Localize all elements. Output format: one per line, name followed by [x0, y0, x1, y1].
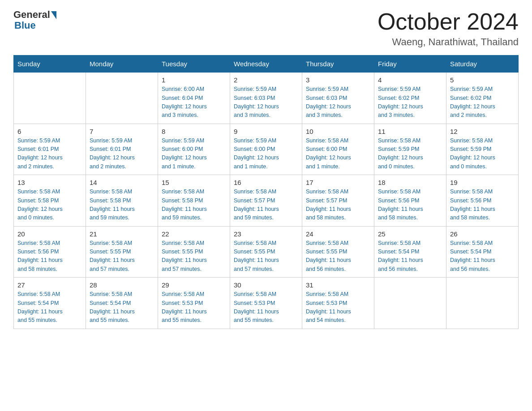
day-detail: Sunrise: 5:58 AM Sunset: 5:57 PM Dayligh…: [234, 188, 298, 223]
day-detail: Sunrise: 5:59 AM Sunset: 6:00 PM Dayligh…: [234, 137, 298, 171]
calendar-cell: 3Sunrise: 5:59 AM Sunset: 6:03 PM Daylig…: [302, 73, 374, 124]
title-block: October 2024 Waeng, Narathiwat, Thailand: [378, 9, 519, 48]
day-detail: Sunrise: 5:59 AM Sunset: 6:01 PM Dayligh…: [17, 137, 82, 171]
logo-blue-text: Blue: [13, 20, 36, 31]
day-number: 15: [162, 179, 226, 186]
calendar-cell: [14, 73, 86, 124]
day-detail: Sunrise: 5:59 AM Sunset: 6:00 PM Dayligh…: [162, 137, 226, 171]
day-detail: Sunrise: 5:59 AM Sunset: 6:03 PM Dayligh…: [306, 85, 370, 120]
day-detail: Sunrise: 5:59 AM Sunset: 6:02 PM Dayligh…: [378, 85, 442, 120]
day-number: 11: [378, 128, 442, 135]
day-detail: Sunrise: 5:58 AM Sunset: 5:53 PM Dayligh…: [234, 290, 298, 325]
calendar-cell: 10Sunrise: 5:58 AM Sunset: 6:00 PM Dayli…: [302, 124, 374, 175]
day-detail: Sunrise: 5:58 AM Sunset: 5:58 PM Dayligh…: [17, 188, 82, 223]
day-number: 21: [90, 230, 154, 238]
sub-title: Waeng, Narathiwat, Thailand: [378, 36, 519, 48]
day-detail: Sunrise: 5:58 AM Sunset: 6:00 PM Dayligh…: [306, 137, 370, 171]
calendar-cell: 12Sunrise: 5:58 AM Sunset: 5:59 PM Dayli…: [446, 124, 519, 175]
day-number: 18: [378, 179, 442, 186]
calendar-cell: 9Sunrise: 5:59 AM Sunset: 6:00 PM Daylig…: [230, 124, 302, 175]
calendar-cell: 8Sunrise: 5:59 AM Sunset: 6:00 PM Daylig…: [158, 124, 230, 175]
day-detail: Sunrise: 5:58 AM Sunset: 5:54 PM Dayligh…: [450, 239, 515, 274]
week-row-4: 20Sunrise: 5:58 AM Sunset: 5:56 PM Dayli…: [14, 226, 519, 278]
day-number: 22: [162, 230, 226, 238]
calendar-cell: 18Sunrise: 5:58 AM Sunset: 5:56 PM Dayli…: [374, 175, 446, 227]
day-number: 26: [450, 230, 515, 238]
calendar-cell: 29Sunrise: 5:58 AM Sunset: 5:53 PM Dayli…: [158, 278, 230, 329]
calendar-cell: 1Sunrise: 6:00 AM Sunset: 6:04 PM Daylig…: [158, 73, 230, 124]
calendar-cell: 14Sunrise: 5:58 AM Sunset: 5:58 PM Dayli…: [86, 175, 158, 227]
day-detail: Sunrise: 5:58 AM Sunset: 5:53 PM Dayligh…: [306, 290, 370, 325]
calendar-cell: 26Sunrise: 5:58 AM Sunset: 5:54 PM Dayli…: [446, 226, 519, 278]
day-number: 14: [90, 179, 154, 186]
day-number: 25: [378, 230, 442, 238]
day-detail: Sunrise: 5:58 AM Sunset: 5:58 PM Dayligh…: [162, 188, 226, 223]
day-number: 10: [306, 128, 370, 135]
day-number: 9: [234, 128, 298, 135]
day-detail: Sunrise: 5:58 AM Sunset: 5:54 PM Dayligh…: [378, 239, 442, 274]
col-header-sunday: Sunday: [14, 56, 86, 73]
calendar-table: SundayMondayTuesdayWednesdayThursdayFrid…: [13, 55, 519, 329]
day-number: 8: [162, 128, 226, 135]
logo: General Blue: [13, 9, 56, 31]
day-detail: Sunrise: 5:58 AM Sunset: 5:54 PM Dayligh…: [90, 290, 154, 325]
day-detail: Sunrise: 5:58 AM Sunset: 5:59 PM Dayligh…: [378, 137, 442, 171]
week-row-1: 1Sunrise: 6:00 AM Sunset: 6:04 PM Daylig…: [14, 73, 519, 124]
day-number: 28: [90, 281, 154, 289]
day-number: 4: [378, 76, 442, 84]
calendar-cell: 13Sunrise: 5:58 AM Sunset: 5:58 PM Dayli…: [14, 175, 86, 227]
day-number: 13: [17, 179, 82, 186]
calendar-cell: 23Sunrise: 5:58 AM Sunset: 5:55 PM Dayli…: [230, 226, 302, 278]
day-number: 24: [306, 230, 370, 238]
calendar-cell: [446, 278, 519, 329]
day-detail: Sunrise: 5:58 AM Sunset: 5:54 PM Dayligh…: [17, 290, 82, 325]
calendar-cell: 19Sunrise: 5:58 AM Sunset: 5:56 PM Dayli…: [446, 175, 519, 227]
calendar-cell: 7Sunrise: 5:59 AM Sunset: 6:01 PM Daylig…: [86, 124, 158, 175]
calendar-cell: 6Sunrise: 5:59 AM Sunset: 6:01 PM Daylig…: [14, 124, 86, 175]
day-detail: Sunrise: 5:58 AM Sunset: 5:57 PM Dayligh…: [306, 188, 370, 223]
calendar-cell: 22Sunrise: 5:58 AM Sunset: 5:55 PM Dayli…: [158, 226, 230, 278]
logo-general-text: General: [13, 9, 50, 21]
week-row-2: 6Sunrise: 5:59 AM Sunset: 6:01 PM Daylig…: [14, 124, 519, 175]
col-header-friday: Friday: [374, 56, 446, 73]
day-number: 17: [306, 179, 370, 186]
day-detail: Sunrise: 5:58 AM Sunset: 5:59 PM Dayligh…: [450, 137, 515, 171]
calendar-cell: 24Sunrise: 5:58 AM Sunset: 5:55 PM Dayli…: [302, 226, 374, 278]
day-detail: Sunrise: 5:58 AM Sunset: 5:55 PM Dayligh…: [234, 239, 298, 274]
col-header-monday: Monday: [86, 56, 158, 73]
day-detail: Sunrise: 5:58 AM Sunset: 5:58 PM Dayligh…: [90, 188, 154, 223]
day-detail: Sunrise: 5:58 AM Sunset: 5:55 PM Dayligh…: [90, 239, 154, 274]
calendar-cell: 30Sunrise: 5:58 AM Sunset: 5:53 PM Dayli…: [230, 278, 302, 329]
col-header-thursday: Thursday: [302, 56, 374, 73]
calendar-cell: 15Sunrise: 5:58 AM Sunset: 5:58 PM Dayli…: [158, 175, 230, 227]
calendar-cell: [86, 73, 158, 124]
day-number: 12: [450, 128, 515, 135]
calendar-header-row: SundayMondayTuesdayWednesdayThursdayFrid…: [14, 56, 519, 73]
day-detail: Sunrise: 5:58 AM Sunset: 5:56 PM Dayligh…: [450, 188, 515, 223]
day-number: 23: [234, 230, 298, 238]
day-detail: Sunrise: 6:00 AM Sunset: 6:04 PM Dayligh…: [162, 85, 226, 120]
calendar-cell: 5Sunrise: 5:59 AM Sunset: 6:02 PM Daylig…: [446, 73, 519, 124]
calendar-cell: 28Sunrise: 5:58 AM Sunset: 5:54 PM Dayli…: [86, 278, 158, 329]
day-number: 29: [162, 281, 226, 289]
day-number: 6: [17, 128, 82, 135]
day-number: 2: [234, 76, 298, 84]
day-detail: Sunrise: 5:59 AM Sunset: 6:03 PM Dayligh…: [234, 85, 298, 120]
day-number: 7: [90, 128, 154, 135]
day-detail: Sunrise: 5:59 AM Sunset: 6:02 PM Dayligh…: [450, 85, 515, 120]
day-number: 1: [162, 76, 226, 84]
day-number: 3: [306, 76, 370, 84]
day-number: 19: [450, 179, 515, 186]
day-detail: Sunrise: 5:58 AM Sunset: 5:55 PM Dayligh…: [306, 239, 370, 274]
calendar-cell: 2Sunrise: 5:59 AM Sunset: 6:03 PM Daylig…: [230, 73, 302, 124]
day-number: 16: [234, 179, 298, 186]
col-header-saturday: Saturday: [446, 56, 519, 73]
day-detail: Sunrise: 5:58 AM Sunset: 5:56 PM Dayligh…: [378, 188, 442, 223]
week-row-3: 13Sunrise: 5:58 AM Sunset: 5:58 PM Dayli…: [14, 175, 519, 227]
day-number: 20: [17, 230, 82, 238]
calendar-cell: 31Sunrise: 5:58 AM Sunset: 5:53 PM Dayli…: [302, 278, 374, 329]
calendar-cell: 17Sunrise: 5:58 AM Sunset: 5:57 PM Dayli…: [302, 175, 374, 227]
week-row-5: 27Sunrise: 5:58 AM Sunset: 5:54 PM Dayli…: [14, 278, 519, 329]
day-number: 27: [17, 281, 82, 289]
calendar-cell: 21Sunrise: 5:58 AM Sunset: 5:55 PM Dayli…: [86, 226, 158, 278]
